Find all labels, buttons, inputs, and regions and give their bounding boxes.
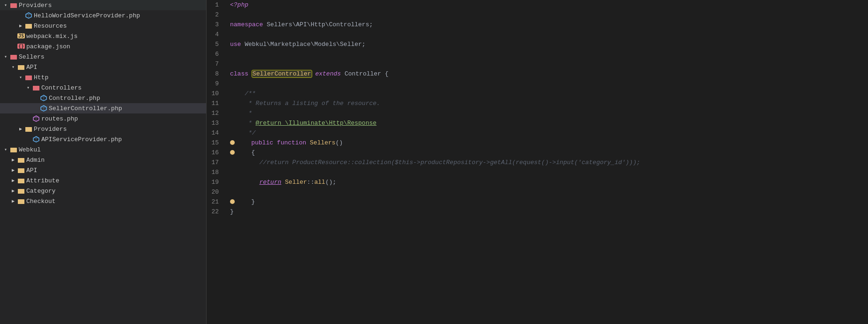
line-number: 22 [210, 207, 219, 217]
tree-arrow: ▶ [17, 126, 24, 132]
file-icon: JS [17, 33, 25, 39]
svg-rect-46 [18, 179, 24, 183]
line-number: 16 [210, 148, 219, 158]
code-line: * Returns a listing of the resource. [230, 98, 868, 108]
svg-rect-37 [10, 148, 17, 152]
svg-rect-50 [18, 189, 21, 190]
sidebar-item-controllers-folder[interactable]: ▾Controllers [0, 83, 206, 93]
line-number: 21 [210, 197, 219, 207]
tree-item-label: Category [26, 188, 55, 195]
sidebar-item-routes-file[interactable]: routes.php [0, 113, 206, 124]
code-line: } [230, 207, 868, 217]
sidebar-item-package-file[interactable]: {}package.json [0, 41, 206, 52]
svg-rect-53 [18, 199, 21, 200]
line-number: 6 [210, 49, 219, 59]
sidebar-item-controller-file[interactable]: Controller.php [0, 93, 206, 103]
code-line: */ [230, 128, 868, 138]
code-editor: 12345678910111213141516171819202122 <?ph… [207, 0, 868, 324]
code-line: //return ProductResource::collection($th… [230, 158, 868, 167]
svg-rect-32 [25, 127, 28, 128]
line-numbers: 12345678910111213141516171819202122 [207, 0, 226, 324]
svg-rect-2 [10, 3, 13, 4]
file-icon [17, 177, 25, 184]
tree-arrow: ▾ [2, 54, 9, 60]
tree-item-label: webpack.mix.js [26, 33, 77, 40]
file-explorer[interactable]: ▾ProvidersHelloWorldServiceProvider.php▶… [0, 0, 207, 324]
sidebar-item-providers-folder[interactable]: ▾Providers [0, 0, 206, 10]
tree-item-label: SellerController.php [49, 105, 122, 112]
file-icon [17, 188, 25, 194]
file-icon [32, 84, 40, 91]
svg-rect-47 [18, 179, 21, 180]
tree-item-label: API [26, 167, 37, 174]
line-number: 12 [210, 108, 219, 118]
tree-item-label: Sellers [19, 53, 45, 60]
line-number: 4 [210, 30, 219, 39]
gutter-icon [230, 140, 235, 145]
tree-item-label: Controller.php [49, 95, 100, 102]
sidebar-item-webkul-folder[interactable]: ▾Webkul [0, 144, 206, 155]
line-number: 2 [210, 10, 219, 20]
sidebar-item-hello-world-file[interactable]: HelloWorldServiceProvider.php [0, 10, 206, 21]
code-content: <?phpnamespace Sellers\API\Http\Controll… [226, 0, 868, 324]
tree-item-label: APIServiceProvider.php [41, 136, 122, 143]
svg-rect-41 [18, 158, 21, 159]
sidebar-item-seller-controller-file[interactable]: SellerController.php [0, 103, 206, 113]
file-icon [17, 198, 25, 204]
svg-rect-17 [25, 75, 28, 76]
code-line: class SellerController extends Controlle… [230, 69, 868, 79]
file-icon [32, 115, 40, 122]
tree-item-label: Providers [19, 2, 52, 9]
file-icon [24, 12, 33, 19]
file-icon [17, 64, 25, 70]
code-line [230, 59, 868, 69]
tree-arrow: ▾ [2, 147, 9, 152]
sidebar-item-http-folder[interactable]: ▾Http [0, 72, 206, 83]
tree-item-label: API [26, 64, 37, 71]
code-line [230, 167, 868, 177]
sidebar-item-api-service-provider-file[interactable]: APIServiceProvider.php [0, 134, 206, 144]
sidebar-item-category-folder[interactable]: ▶Category [0, 186, 206, 196]
file-icon [17, 157, 25, 163]
tree-item-label: Resources [34, 23, 67, 30]
tree-item-label: Controllers [41, 84, 82, 91]
svg-rect-38 [10, 148, 13, 149]
line-number: 8 [210, 69, 219, 79]
file-icon [24, 23, 33, 29]
sidebar-item-api-folder2[interactable]: ▶API [0, 165, 206, 175]
svg-rect-43 [18, 169, 24, 173]
svg-rect-52 [18, 200, 24, 204]
tree-item-label: Admin [26, 157, 45, 164]
sidebar-item-webpack-file[interactable]: JSwebpack.mix.js [0, 31, 206, 41]
file-icon [9, 2, 18, 8]
file-icon [39, 95, 48, 101]
tree-item-label: Checkout [26, 198, 55, 205]
sidebar-item-resources-folder[interactable]: ▶Resources [0, 21, 206, 31]
sidebar-item-admin-folder[interactable]: ▶Admin [0, 155, 206, 165]
sidebar-item-checkout-folder[interactable]: ▶Checkout [0, 196, 206, 206]
file-icon [24, 126, 33, 132]
code-line [230, 187, 868, 197]
sidebar-item-attribute-folder[interactable]: ▶Attribute [0, 175, 206, 186]
line-number: 15 [210, 138, 219, 148]
code-line: * @return \Illuminate\Http\Response [230, 118, 868, 128]
code-line: use Webkul\Marketplace\Models\Seller; [230, 39, 868, 49]
tree-item-label: routes.php [41, 115, 78, 122]
sidebar-item-api-folder[interactable]: ▾API [0, 62, 206, 72]
svg-rect-20 [33, 86, 36, 87]
svg-rect-19 [33, 86, 39, 90]
code-line: public function Sellers() [230, 138, 868, 148]
tree-arrow: ▶ [9, 188, 17, 194]
tree-arrow: ▾ [9, 64, 17, 70]
file-icon [32, 136, 40, 143]
line-number: 19 [210, 177, 219, 187]
sidebar-item-providers-folder2[interactable]: ▶Providers [0, 124, 206, 134]
code-line [230, 10, 868, 20]
tree-arrow: ▶ [9, 198, 17, 204]
tree-arrow: ▶ [9, 167, 17, 173]
file-icon: {} [17, 43, 25, 50]
code-line: <?php [230, 0, 868, 10]
sidebar-item-sellers-folder[interactable]: ▾Sellers [0, 52, 206, 62]
line-number: 17 [210, 158, 219, 167]
code-line [230, 49, 868, 59]
